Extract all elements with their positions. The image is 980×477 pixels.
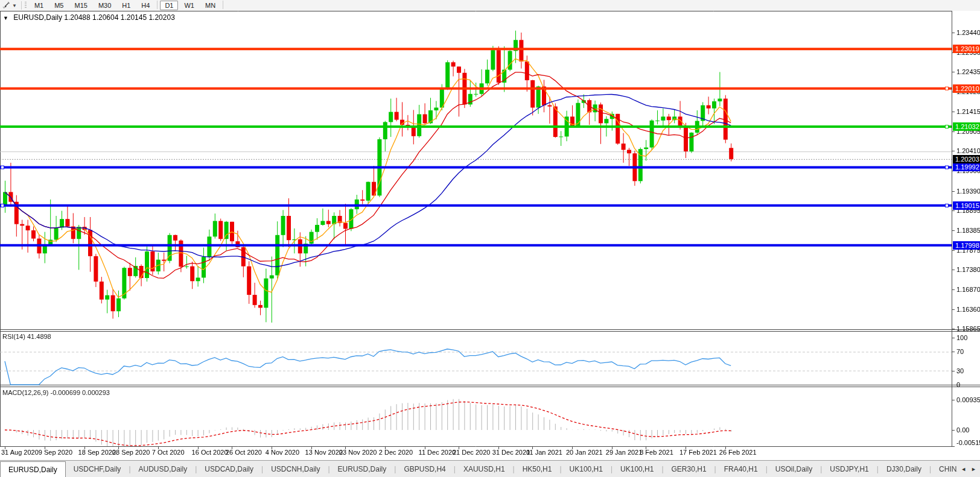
timeframe-button-m1[interactable]: M1	[30, 1, 48, 10]
symbol-tab-fra40-h1[interactable]: FRA40,H1	[716, 461, 766, 477]
chart-tab-bar: EURUSD,DailyUSDCHF,Daily|AUDUSD,Daily|US…	[0, 460, 980, 477]
timeframe-button-mn[interactable]: MN	[200, 1, 220, 10]
symbol-tab-usdcad-daily[interactable]: USDCAD,Daily	[197, 461, 261, 477]
timeframe-toolbar: ▼ M1M5M15M30H1H4D1W1MN	[0, 0, 980, 11]
tool-dropdown-caret[interactable]: ▼	[12, 3, 17, 8]
chart-symbol-period: EURUSD,Daily	[13, 13, 62, 22]
rsi-value: 41.4898	[27, 333, 51, 340]
symbol-tab-hk50-h1[interactable]: HK50,H1	[515, 461, 560, 477]
chart-collapse-triangle[interactable]: ▼	[3, 15, 8, 21]
tab-scroll-right-arrow[interactable]: ►	[971, 466, 976, 472]
timeframe-buttons: M1M5M15M30H1H4D1W1MN	[29, 1, 225, 10]
symbol-tab-eurusd-daily[interactable]: EURUSD,Daily	[330, 461, 395, 477]
crosshair-tool-button[interactable]: ▼	[0, 1, 19, 10]
symbol-tab-uk100-h1[interactable]: UK100,H1	[562, 461, 611, 477]
timeframe-button-m15[interactable]: M15	[69, 1, 92, 10]
symbol-tab-ger30-h1[interactable]: GER30,H1	[664, 461, 714, 477]
toolbar-separator	[157, 1, 158, 9]
timeframe-button-m5[interactable]: M5	[49, 1, 68, 10]
timeframe-button-h1[interactable]: H1	[117, 1, 135, 10]
crosshair-cursor-icon	[2, 1, 11, 10]
toolbar-separator	[223, 1, 223, 9]
timeframe-button-m30[interactable]: M30	[94, 1, 116, 10]
symbol-tab-usoil-daily[interactable]: USOil,Daily	[768, 461, 820, 477]
macd-signal-value: 0.000293	[82, 389, 110, 396]
mt4-terminal: ▼ M1M5M15M30H1H4D1W1MN 1.234401.229301.2…	[0, 0, 980, 477]
chart-title: ▼ EURUSD,Daily 1.20488 1.20604 1.20145 1…	[3, 13, 175, 22]
macd-indicator-label: MACD(12,26,9) -0.000699 0.000293	[2, 389, 110, 396]
timeframe-button-w1[interactable]: W1	[179, 1, 199, 10]
symbol-tab-audusd-daily[interactable]: AUDUSD,Daily	[131, 461, 196, 477]
symbol-tab-usdjpy-h1[interactable]: USDJPY,H1	[822, 461, 876, 477]
rsi-indicator-label: RSI(14) 41.4898	[2, 333, 51, 340]
symbol-tab-xauusd-h1[interactable]: XAUUSD,H1	[456, 461, 513, 477]
timeframe-button-h4[interactable]: H4	[136, 1, 154, 10]
symbol-tab-eurusd-daily[interactable]: EURUSD,Daily	[0, 461, 66, 477]
toolbar-separator	[21, 1, 22, 10]
rsi-name: RSI(14)	[2, 333, 25, 340]
tab-scroll-left-arrow[interactable]: ◄	[961, 466, 966, 472]
macd-main-value: -0.000699	[50, 389, 80, 396]
chart-window: 1.234401.229301.224351.219251.214151.209…	[0, 11, 980, 460]
chart-canvas[interactable]	[0, 11, 980, 460]
symbol-tab-uk100-h1[interactable]: UK100,H1	[612, 461, 661, 477]
timeframe-button-d1[interactable]: D1	[160, 1, 178, 10]
symbol-tab-gbpusd-h4[interactable]: GBPUSD,H4	[396, 461, 453, 477]
symbol-tab-usdcnh-daily[interactable]: USDCNH,Daily	[263, 461, 328, 477]
symbol-tab-dj30-daily[interactable]: DJ30,Daily	[879, 461, 929, 477]
chart-ohlc-values: 1.20488 1.20604 1.20145 1.20203	[64, 13, 175, 22]
symbol-tab-usdchf-daily[interactable]: USDCHF,Daily	[66, 461, 129, 477]
tab-scroll-buttons: ◄ ►	[957, 460, 980, 477]
macd-name: MACD(12,26,9)	[2, 389, 48, 396]
toolbar-grip-handle[interactable]	[25, 2, 27, 9]
